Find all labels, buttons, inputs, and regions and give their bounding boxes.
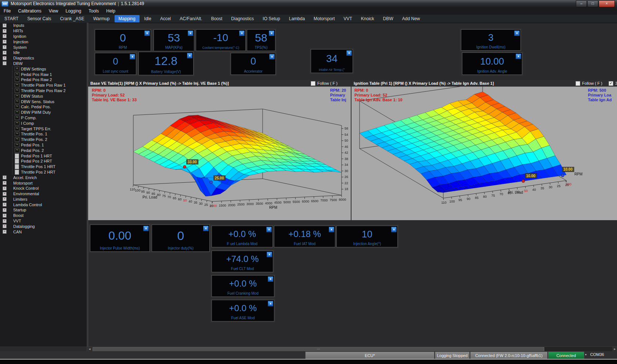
menu-file[interactable]: File (0, 8, 14, 14)
tab-warmup[interactable]: Warmup (89, 15, 114, 22)
sidebar-item-boost[interactable]: +↓Boost (0, 213, 87, 218)
gauge-battery[interactable]: 12.8Battery Voltage(V)x (138, 52, 194, 75)
gauge-tps[interactable]: 58TPS(%)x (247, 29, 275, 51)
gauge-accel[interactable]: 0Acceleratorx (231, 53, 276, 75)
tree-expander-icon[interactable]: + (3, 192, 7, 196)
gauge-close-button[interactable]: x (266, 227, 272, 232)
gauge-close-button[interactable]: x (329, 227, 334, 232)
gauge-close-button[interactable]: x (144, 30, 150, 36)
sidebar-item-ignition[interactable]: +↓Ignition (0, 34, 87, 39)
gauge-ase-mod[interactable]: +0.0 %Fuel ASE Modx (212, 300, 274, 321)
sidebar-item-can[interactable]: +↓CAN (0, 229, 87, 234)
sidebar-item-system[interactable]: +↓System (0, 44, 87, 50)
title-bar[interactable]: ME Motorsport Electronics Integrated Tun… (0, 0, 617, 8)
ignition-surface-canvas[interactable] (351, 87, 617, 220)
menu-calibrations[interactable]: Calibrations (14, 8, 45, 14)
gauge-close-button[interactable]: x (203, 226, 209, 231)
tree-expander-icon[interactable]: + (3, 208, 7, 212)
tree-expander-icon[interactable]: + (3, 45, 7, 49)
ignition-follow-checkbox[interactable] (575, 81, 580, 86)
sidebar-item-pedal-pos-2-hrt[interactable]: Pedal Pos 2 HRT (0, 159, 87, 164)
tree-expander-icon[interactable]: + (3, 23, 7, 28)
tab-io-setup[interactable]: IO Setup (259, 15, 284, 22)
tab-idle[interactable]: Idle (140, 15, 155, 22)
sidebar-item-throttle-plate-pos-raw-2[interactable]: ~Throttle Plate Pos Raw 2 (0, 88, 87, 94)
sidebar-item-throttle-pos-2[interactable]: ~Throttle Pos. 2 (0, 137, 87, 142)
gauge-clt-mod[interactable]: +74.0 %Fuel CLT Modx (212, 251, 273, 272)
sidebar-item-pedal-pos-1-hrt[interactable]: Pedal Pos 1 HRT (0, 153, 87, 159)
sidebar-item-pedal-pos-1[interactable]: ~Pedal Pos. 1 (0, 142, 87, 148)
sidebar-item-dbw-settings[interactable]: ≡DBW Settings (0, 66, 87, 72)
port-dropdown-caret-icon[interactable]: ▾ (585, 353, 587, 356)
ve-follow-checkbox[interactable] (311, 81, 315, 86)
tree-expander-icon[interactable]: − (3, 61, 7, 65)
gauge-adv[interactable]: 10.00Ignition Adv. Anglex (462, 52, 522, 75)
sidebar-item-p-comp[interactable]: ~P Comp. (0, 115, 87, 121)
gauge-close-button[interactable]: x (143, 226, 149, 231)
sidebar-item-throttle-pos-2-hrt[interactable]: Throttle Pos 2 HRT (0, 170, 87, 175)
sidebar-item-limiters[interactable]: +↓Limiters (0, 197, 87, 202)
gauge-map[interactable]: 53MAP(KPa)x (154, 29, 194, 51)
gauge-close-button[interactable]: x (130, 54, 135, 59)
tree-expander-icon[interactable]: + (3, 197, 7, 201)
gauge-close-button[interactable]: x (187, 53, 192, 58)
tree-expander-icon[interactable]: + (3, 214, 7, 218)
gauge-close-button[interactable]: x (391, 227, 397, 232)
tab-boost[interactable]: Boost (207, 15, 227, 22)
gauge-close-button[interactable]: x (346, 50, 352, 56)
ignition-3d-checkbox[interactable]: ✓ (609, 81, 613, 86)
sidebar-item-motorsport[interactable]: +↓Motorsport (0, 180, 87, 186)
sidebar-item-dbw-pwm-duty[interactable]: ~DBW PWM Duty (0, 110, 87, 115)
gauge-iat[interactable]: 34Intake Air Temp.(°x (311, 49, 353, 73)
tree-expander-icon[interactable]: + (3, 175, 7, 179)
sidebar-item-lambda-control[interactable]: +↓Lambda Control (0, 202, 87, 207)
tree-expander-icon[interactable]: + (3, 34, 7, 38)
menu-view[interactable]: View (45, 8, 62, 14)
gauge-inj-pw[interactable]: 0.00Injector Pulse Width(ms)x (90, 225, 150, 252)
sidebar-item-throttle-pos-1[interactable]: ~Throttle Pos. 1 (0, 131, 87, 137)
menu-help[interactable]: Help (102, 8, 119, 14)
sidebar-item-target-tpps-err[interactable]: ~Target TPPS Err. (0, 126, 87, 131)
tree-expander-icon[interactable]: + (3, 203, 7, 207)
tab-mapping[interactable]: Mapping (115, 15, 140, 22)
gauge-lostsync[interactable]: 0Lost sync countx (95, 53, 136, 75)
sidebar-item-injection[interactable]: +↓Injection (0, 39, 87, 44)
tab-motorsport[interactable]: Motorsport (310, 15, 339, 22)
sidebar-item-environmental[interactable]: +↓Environmental (0, 191, 87, 197)
tab-accel[interactable]: Accel (156, 15, 175, 22)
gauge-close-button[interactable]: x (239, 30, 245, 36)
sidebar-item-dbw-status[interactable]: ~DBW Status (0, 93, 87, 99)
minimize-button[interactable]: – (576, 0, 587, 7)
sidebar-item-inputs[interactable]: +↓Inputs (0, 23, 87, 28)
gauge-iat-mod[interactable]: +0.18 %Fuel IAT Modx (274, 226, 335, 247)
maximize-button[interactable]: □ (587, 0, 598, 7)
gauge-close-button[interactable]: x (268, 301, 273, 306)
gauge-cranking-mod[interactable]: +0.0 %Fuel Cranking Modx (212, 275, 274, 297)
sidebar-item-calc-pedal-pos[interactable]: ~Calc. Pedal Pos. (0, 104, 87, 110)
tab-knoick[interactable]: Knoick (357, 15, 378, 22)
sidebar-item-idle[interactable]: +↓Idle (0, 50, 87, 55)
tree-expander-icon[interactable]: + (3, 51, 7, 55)
sidebar-item-pedal-pos-2[interactable]: ~Pedal Pos. 2 (0, 148, 87, 153)
tree-expander-icon[interactable]: + (3, 219, 7, 223)
sidebar-item-hrts[interactable]: +↓HRTs (0, 28, 87, 34)
gauge-inj-angle[interactable]: 10Injection Angle(°)x (336, 226, 398, 247)
gauge-close-button[interactable]: x (514, 30, 520, 36)
tree-expander-icon[interactable]: + (3, 181, 7, 185)
menu-logging[interactable]: Logging (62, 8, 85, 14)
tree-expander-icon[interactable]: + (3, 40, 7, 44)
sidebar-item-diagnostics[interactable]: +↓Diagnostics (0, 55, 87, 61)
sidebar-item-accel-enrich[interactable]: +↓Accel. Enrich (0, 175, 87, 180)
ve-surface-canvas[interactable] (88, 87, 351, 220)
tree-expander-icon[interactable]: + (3, 56, 7, 60)
tree-expander-icon[interactable]: + (3, 224, 7, 228)
sidebar-item-datalogging[interactable]: +↓Datalogging (0, 223, 87, 229)
gauge-inj-duty[interactable]: 0Injector duty(%)x (152, 225, 210, 252)
sidebar-item-i-comp[interactable]: ~I Comp (0, 120, 87, 126)
gauge-close-button[interactable]: x (267, 252, 272, 257)
sidebar-item-pedal-pos-raw-2[interactable]: ~Pedal Pos Raw 2 (0, 77, 87, 83)
sidebar-item-dbw-sens-status[interactable]: ~DBW Sens. Status (0, 99, 87, 104)
sidebar-item-knock-control[interactable]: +↓Knock Control (0, 186, 87, 191)
tab-vvt[interactable]: VVT (339, 15, 356, 22)
close-button[interactable]: × (599, 0, 615, 7)
